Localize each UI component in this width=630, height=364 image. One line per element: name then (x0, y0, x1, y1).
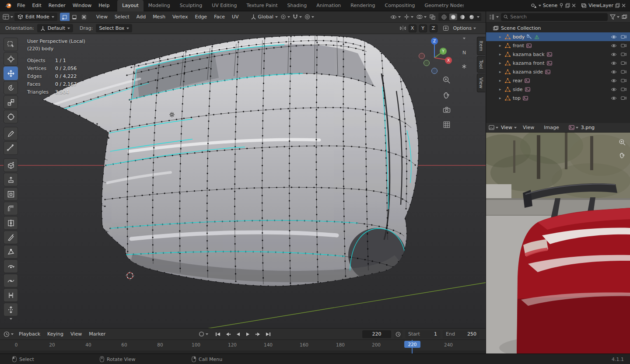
menu-add[interactable]: Add (133, 14, 149, 20)
axis-neg-y-handle[interactable] (424, 60, 430, 66)
overlays-dropdown[interactable] (416, 14, 427, 19)
outliner-row-kazama-back[interactable]: ▸ kazama back (486, 50, 630, 59)
workspace-tab-rendering[interactable]: Rendering (346, 0, 380, 11)
close-icon[interactable] (622, 4, 626, 7)
gizmo-dropdown[interactable] (404, 14, 413, 20)
rotate-tool[interactable] (4, 81, 18, 94)
menu-keying[interactable]: Keying (44, 331, 67, 337)
workspace-tab-geometry-nodes[interactable]: Geometry Nodes (420, 0, 464, 11)
outliner-row-body[interactable]: ▸ body (486, 32, 630, 41)
pin-icon[interactable] (559, 3, 564, 8)
scene-collection-row[interactable]: Scene Collection (486, 24, 630, 32)
menu-face[interactable]: Face (210, 14, 228, 20)
annotate-tool[interactable] (4, 127, 18, 140)
workspace-tab-sculpting[interactable]: Sculpting (175, 0, 207, 11)
camera-visibility-icon[interactable] (621, 70, 626, 74)
asterisk-icon[interactable] (460, 64, 468, 69)
image-filename[interactable]: 3.png (581, 125, 595, 130)
mirror-y-toggle[interactable]: Y (419, 24, 427, 32)
outliner-row-kazama-front[interactable]: ▸ kazama front (486, 59, 630, 67)
camera-visibility-icon[interactable] (621, 87, 626, 91)
extrude-tool[interactable] (4, 173, 18, 186)
xray-toggle[interactable] (430, 14, 435, 20)
outliner-row-front[interactable]: ▸ front (486, 41, 630, 50)
menu-view[interactable]: View (93, 14, 111, 20)
smooth-tool[interactable] (4, 274, 18, 287)
sidebar-collapse-chevron[interactable] (460, 38, 468, 39)
blender-logo-icon[interactable] (4, 2, 12, 9)
menu-help[interactable]: Help (95, 3, 113, 8)
transform-tool[interactable] (4, 110, 18, 123)
menu-image[interactable]: Image (540, 125, 562, 130)
search-input[interactable] (510, 14, 605, 20)
hide-eye-icon[interactable] (611, 96, 617, 100)
menu-edge[interactable]: Edge (191, 14, 210, 20)
measure-tool[interactable] (4, 141, 18, 155)
axis-neg-x-handle[interactable] (419, 53, 425, 59)
scene-name[interactable]: Scene (543, 3, 558, 8)
camera-visibility-icon[interactable] (621, 35, 626, 39)
menu-edit[interactable]: Edit (28, 3, 45, 8)
chevron-down-icon[interactable] (539, 5, 541, 7)
camera-visibility-icon[interactable] (621, 96, 626, 100)
jump-to-end-button[interactable] (264, 330, 273, 338)
editor-type-icon[interactable] (3, 14, 13, 20)
image-pan-hand-icon[interactable] (619, 151, 626, 159)
bevel-tool[interactable] (4, 202, 18, 215)
close-icon[interactable] (572, 4, 576, 7)
scene-browse-icon[interactable] (531, 3, 537, 8)
camera-visibility-icon[interactable] (621, 43, 626, 48)
jump-to-start-button[interactable] (214, 330, 223, 338)
knife-tool[interactable] (4, 231, 18, 244)
hide-eye-icon[interactable] (611, 88, 617, 91)
face-select-button[interactable] (79, 13, 89, 21)
hide-eye-icon[interactable] (611, 44, 617, 48)
add-cube-tool[interactable] (4, 158, 18, 172)
mode-dropdown[interactable]: Edit Mode (14, 13, 57, 21)
workspace-tab-compositing[interactable]: Compositing (380, 0, 420, 11)
image-zoom-icon[interactable] (619, 139, 626, 146)
workspace-tab-uv-editing[interactable]: UV Editing (207, 0, 242, 11)
outliner-row-kazama-side[interactable]: ▸ kazama side (486, 67, 630, 76)
orientation-default-dropdown[interactable]: Default (37, 24, 73, 32)
pivot-point-dropdown[interactable] (280, 14, 290, 20)
camera-visibility-icon[interactable] (621, 61, 626, 65)
end-frame-field[interactable]: End250 (443, 330, 480, 338)
expand-chevron-icon[interactable]: ▸ (499, 52, 503, 56)
drag-mode-dropdown[interactable]: Select Box (96, 24, 132, 32)
camera-visibility-icon[interactable] (621, 78, 626, 83)
filter-funnel-icon[interactable] (610, 14, 620, 20)
sidebar-tab-view[interactable]: View (477, 74, 485, 92)
reference-image[interactable] (486, 133, 630, 354)
select-box-tool[interactable] (4, 38, 18, 51)
start-frame-field[interactable]: Start1 (405, 330, 440, 338)
play-reverse-button[interactable] (234, 330, 243, 338)
more-tools-chevron[interactable] (4, 317, 18, 320)
scale-tool[interactable] (4, 95, 18, 109)
expand-chevron-icon[interactable]: ▸ (499, 61, 503, 65)
image-editor-type-icon[interactable] (489, 125, 498, 130)
sidebar-tab-item[interactable]: Item (477, 37, 485, 55)
sidebar-n-hint[interactable]: N (460, 50, 468, 56)
mirror-x-toggle[interactable]: X (409, 24, 416, 32)
poly-build-tool[interactable] (4, 245, 18, 259)
menu-marker[interactable]: Marker (85, 331, 109, 337)
outliner-editor-type-icon[interactable] (489, 14, 499, 20)
proportional-editing-icon[interactable] (304, 14, 314, 20)
expand-chevron-icon[interactable]: ▸ (499, 78, 503, 83)
edge-select-button[interactable] (70, 13, 79, 21)
new-scene-icon[interactable] (565, 3, 570, 8)
inset-tool[interactable] (4, 187, 18, 201)
hide-eye-icon[interactable] (611, 79, 617, 83)
loop-cut-tool[interactable] (4, 216, 18, 230)
3d-viewport[interactable]: User Perspective (Local) (220) body Obje… (0, 34, 486, 328)
menu-vertex[interactable]: Vertex (169, 14, 191, 20)
menu-render[interactable]: Render (45, 3, 69, 8)
workspace-tab-animation[interactable]: Animation (312, 0, 346, 11)
hide-eye-icon[interactable] (611, 61, 617, 65)
shading-options-chevron[interactable] (477, 16, 480, 18)
visibility-dropdown[interactable] (390, 15, 401, 19)
hide-eye-icon[interactable] (611, 52, 617, 56)
viewlayer-name[interactable]: ViewLayer (588, 3, 613, 8)
axis-navigation-gizmo[interactable]: Z Y X (415, 35, 454, 74)
